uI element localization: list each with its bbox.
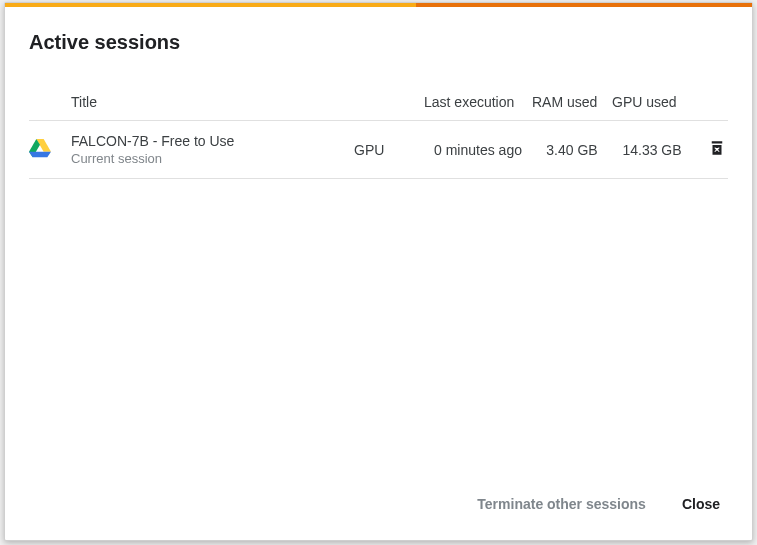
session-title-cell: FALCON-7B - Free to Use Current session (71, 121, 354, 179)
session-gpu-used: 14.33 GB (612, 121, 692, 179)
col-header-last-execution: Last execution (424, 86, 532, 121)
dialog-title: Active sessions (29, 31, 728, 54)
col-header-gpu-used: GPU used (612, 86, 692, 121)
session-ram-used: 3.40 GB (532, 121, 612, 179)
col-header-hardware (354, 86, 424, 121)
session-subtitle: Current session (71, 151, 354, 166)
active-sessions-dialog: Active sessions Title Last execution RAM… (4, 2, 753, 541)
session-hardware: GPU (354, 121, 424, 179)
session-actions-cell (692, 121, 728, 179)
session-icon-cell (29, 121, 71, 179)
table-header-row: Title Last execution RAM used GPU used (29, 86, 728, 121)
session-title: FALCON-7B - Free to Use (71, 133, 354, 149)
terminate-session-button[interactable] (706, 137, 728, 162)
svg-marker-2 (29, 152, 51, 157)
terminate-other-sessions-button[interactable]: Terminate other sessions (473, 490, 650, 518)
close-button[interactable]: Close (678, 490, 724, 518)
svg-rect-3 (712, 141, 723, 143)
col-header-ram-used: RAM used (532, 86, 612, 121)
session-last-execution: 0 minutes ago (424, 121, 532, 179)
dialog-content: Active sessions Title Last execution RAM… (5, 7, 752, 472)
drive-icon (29, 138, 51, 158)
col-header-icon (29, 86, 71, 121)
table-row[interactable]: FALCON-7B - Free to Use Current session … (29, 121, 728, 179)
col-header-title: Title (71, 86, 354, 121)
dialog-footer: Terminate other sessions Close (5, 472, 752, 540)
trash-icon (708, 139, 726, 160)
sessions-table: Title Last execution RAM used GPU used (29, 86, 728, 179)
col-header-actions (692, 86, 728, 121)
